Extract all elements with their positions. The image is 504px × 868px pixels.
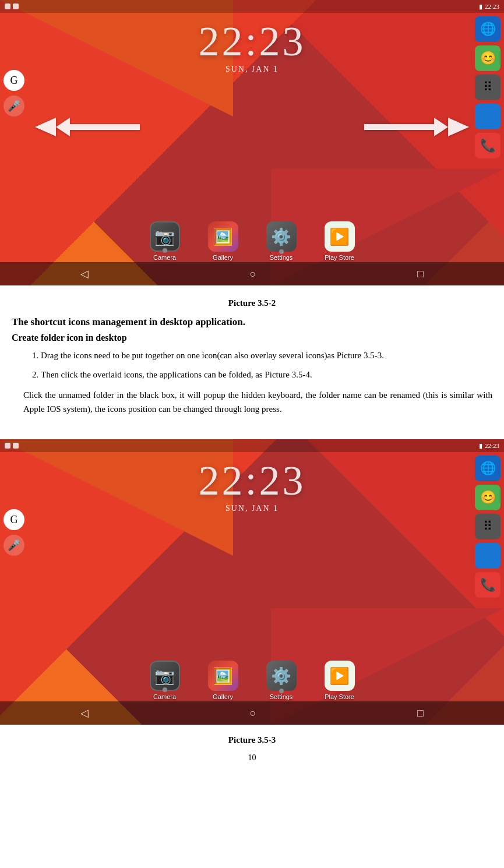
clock-time-2: 22:23: [0, 460, 504, 502]
camera-label-2: Camera: [153, 693, 176, 700]
playstore-label: Play Store: [325, 254, 354, 261]
status-left-2: [5, 443, 19, 449]
svg-marker-0: [56, 118, 140, 136]
smile-icon[interactable]: 😊: [475, 45, 501, 71]
camera-dot: [163, 248, 167, 253]
recents-btn[interactable]: □: [417, 268, 424, 280]
settings-label: Settings: [270, 254, 293, 261]
clock-time: 22:23: [0, 20, 504, 62]
arrows-row: [0, 117, 504, 137]
arrow-left: [35, 117, 140, 137]
left-sidebar-2: G 🎤: [3, 509, 24, 556]
page-content-2: Picture 3.5-3 10: [0, 725, 504, 780]
status-time-2: 22:23: [485, 442, 499, 449]
person-icon[interactable]: 👤: [475, 104, 501, 129]
playstore-app[interactable]: ▶️ Play Store: [325, 221, 355, 261]
globe-icon[interactable]: 🌐: [475, 16, 501, 42]
back-btn-2[interactable]: ◁: [80, 707, 89, 719]
status-bar: ▮ 22:23: [0, 0, 504, 13]
playstore-icon: ▶️: [325, 221, 355, 252]
camera-app[interactable]: 📷 Camera: [150, 221, 180, 261]
step-1: Drag the icons need to be put together o…: [41, 349, 492, 362]
clock-date-2: SUN, JAN 1: [0, 504, 504, 513]
google-icon[interactable]: G: [3, 70, 24, 91]
playstore-label-2: Play Store: [325, 693, 354, 700]
recents-btn-2[interactable]: □: [417, 707, 424, 719]
camera-icon: 📷: [150, 221, 180, 252]
status-bar-2: ▮ 22:23: [0, 439, 504, 452]
status-time: 22:23: [485, 3, 499, 10]
phone-icon[interactable]: 📞: [475, 133, 501, 158]
battery-icon: ▮: [479, 3, 482, 10]
app-dock: 📷 Camera 🖼️ Gallery ⚙️ Settings ▶️ Play …: [0, 221, 504, 261]
camera-dot-2: [163, 687, 167, 692]
svg-marker-2: [364, 118, 448, 136]
gallery-label: Gallery: [213, 254, 233, 261]
status-right-2: ▮ 22:23: [479, 442, 499, 450]
clock-area: 22:23 SUN, JAN 1: [0, 20, 504, 74]
settings-icon: ⚙️: [266, 221, 297, 252]
settings-icon-2: ⚙️: [266, 661, 297, 691]
home-btn[interactable]: ○: [250, 268, 256, 280]
nav-bar: ◁ ○ □: [0, 262, 504, 285]
battery-icon-2: ▮: [479, 442, 482, 450]
screenshot-1: ▮ 22:23 22:23 SUN, JAN 1 🌐 😊 ⠿ 👤 📞: [0, 0, 504, 285]
gallery-app[interactable]: 🖼️ Gallery: [208, 221, 238, 261]
gallery-icon-2: 🖼️: [208, 661, 238, 691]
apps-icon[interactable]: ⠿: [475, 75, 501, 100]
nav-bar-2: ◁ ○ □: [0, 701, 504, 725]
camera-app-2[interactable]: 📷 Camera: [150, 661, 180, 700]
arrow-right: [364, 117, 469, 137]
svg-marker-3: [448, 118, 469, 136]
home-btn-2[interactable]: ○: [250, 707, 256, 719]
camera-icon-2: 📷: [150, 661, 180, 691]
status-left: [5, 3, 19, 9]
phone-icon-2[interactable]: 📞: [475, 572, 501, 598]
steps-list: Drag the icons need to be put together o…: [41, 349, 492, 381]
svg-marker-1: [35, 118, 56, 136]
right-sidebar-2: 🌐 😊 ⠿ 👤 📞: [475, 456, 501, 598]
globe-icon-2[interactable]: 🌐: [475, 456, 501, 481]
back-btn[interactable]: ◁: [80, 267, 89, 280]
page-number: 10: [12, 753, 492, 768]
step-2: Then click the overlaid icons, the appli…: [41, 368, 492, 382]
page-content: Picture 3.5-2 The shortcut icons managem…: [0, 285, 504, 436]
mic-icon-2[interactable]: 🎤: [3, 535, 24, 556]
clock-area-2: 22:23 SUN, JAN 1: [0, 460, 504, 513]
camera-label: Camera: [153, 254, 176, 261]
playstore-icon-2: ▶️: [325, 661, 355, 691]
left-sidebar: G 🎤: [3, 70, 24, 117]
clock-date: SUN, JAN 1: [0, 65, 504, 74]
smile-icon-2[interactable]: 😊: [475, 485, 501, 510]
settings-app[interactable]: ⚙️ Settings: [266, 221, 297, 261]
app-dock-2: 📷 Camera 🖼️ Gallery ⚙️ Settings ▶️ Play …: [0, 661, 504, 700]
section-title: The shortcut icons management in desktop…: [12, 316, 492, 328]
settings-dot: [279, 249, 284, 254]
settings-dot-2: [279, 689, 284, 693]
gallery-label-2: Gallery: [213, 693, 233, 700]
signal-icon-2: [13, 443, 19, 449]
wifi-icon-2: [5, 443, 10, 449]
picture2-caption: Picture 3.5-3: [12, 735, 492, 745]
signal-icon: [13, 3, 19, 9]
person-icon-2[interactable]: 👤: [475, 543, 501, 569]
mic-icon[interactable]: 🎤: [3, 96, 24, 117]
screenshot-2: ▮ 22:23 22:23 SUN, JAN 1 🌐 😊 ⠿ 👤 📞 G 🎤 📷…: [0, 439, 504, 725]
gallery-app-2[interactable]: 🖼️ Gallery: [208, 661, 238, 700]
status-right: ▮ 22:23: [479, 3, 499, 10]
paragraph-text: Click the unnamed folder in the black bo…: [12, 388, 492, 416]
picture1-caption: Picture 3.5-2: [12, 298, 492, 308]
wifi-icon: [5, 3, 10, 9]
section-subtitle: Create folder icon in desktop: [12, 333, 492, 343]
playstore-app-2[interactable]: ▶️ Play Store: [325, 661, 355, 700]
right-sidebar: 🌐 😊 ⠿ 👤 📞: [475, 16, 501, 158]
settings-label-2: Settings: [270, 693, 293, 700]
apps-icon-2[interactable]: ⠿: [475, 514, 501, 539]
settings-app-2[interactable]: ⚙️ Settings: [266, 661, 297, 700]
gallery-icon: 🖼️: [208, 221, 238, 252]
google-icon-2[interactable]: G: [3, 509, 24, 530]
